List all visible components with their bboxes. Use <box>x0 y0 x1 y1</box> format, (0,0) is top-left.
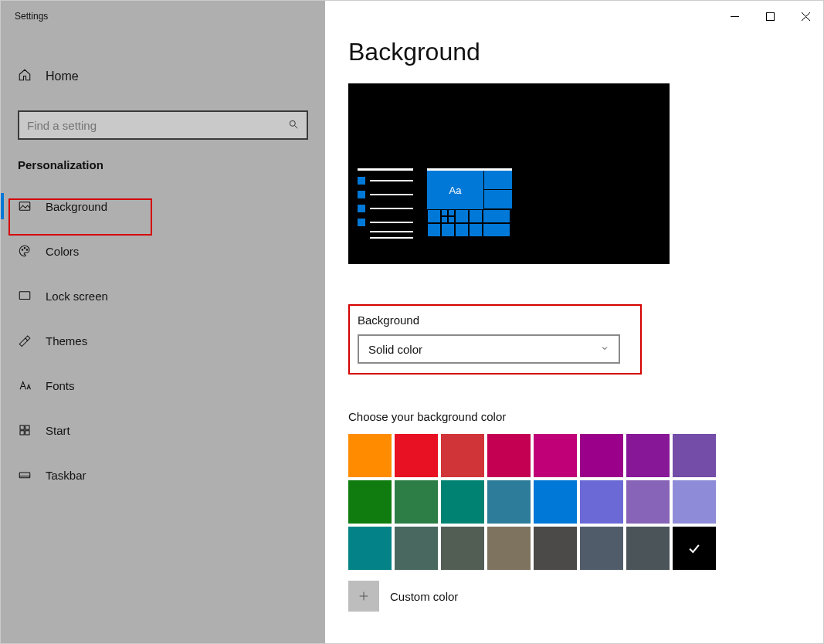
nav-item-taskbar[interactable]: Taskbar <box>1 457 325 493</box>
background-dropdown-value: Solid color <box>368 343 422 356</box>
color-swatch[interactable] <box>534 480 577 524</box>
category-label: Personalization <box>18 158 325 171</box>
color-swatch[interactable] <box>348 480 392 524</box>
titlebar: Settings <box>1 1 325 32</box>
nav-list: Background Colors Lock screen <box>1 188 325 493</box>
color-swatch[interactable] <box>626 434 670 477</box>
svg-point-0 <box>290 120 295 126</box>
nav-item-lock-screen[interactable]: Lock screen <box>1 278 325 314</box>
color-swatch[interactable] <box>580 434 623 477</box>
taskbar-icon <box>18 468 32 482</box>
color-grid <box>348 434 800 570</box>
svg-rect-7 <box>25 425 29 429</box>
color-swatch[interactable] <box>395 480 438 524</box>
choose-color-label: Choose your background color <box>348 410 800 423</box>
color-swatch[interactable] <box>626 480 670 524</box>
color-swatch[interactable] <box>673 434 716 477</box>
color-swatch[interactable] <box>441 480 484 524</box>
color-swatch[interactable] <box>487 527 531 570</box>
color-swatch[interactable] <box>626 527 670 570</box>
color-swatch[interactable] <box>487 480 531 524</box>
color-swatch[interactable] <box>534 527 577 570</box>
content-area: Background Aa <box>325 1 823 643</box>
search-input-wrapper[interactable] <box>18 110 308 140</box>
nav-item-label: Themes <box>46 334 87 347</box>
nav-item-colors[interactable]: Colors <box>1 233 325 269</box>
themes-icon <box>18 334 32 347</box>
color-swatch[interactable] <box>441 434 484 477</box>
color-swatch[interactable] <box>534 434 577 477</box>
search-input[interactable] <box>27 119 288 132</box>
nav-item-label: Fonts <box>46 379 75 392</box>
desktop-preview: Aa <box>348 83 670 264</box>
nav-item-fonts[interactable]: Fonts <box>1 368 325 403</box>
svg-rect-10 <box>19 473 30 478</box>
nav-item-label: Background <box>46 200 107 213</box>
color-swatch[interactable] <box>487 434 531 477</box>
palette-icon <box>18 244 32 258</box>
custom-color-row: Custom color <box>348 581 800 612</box>
search-icon <box>288 119 299 132</box>
color-swatch[interactable] <box>580 480 623 524</box>
background-field-label: Background <box>358 314 632 327</box>
image-icon <box>18 199 32 213</box>
background-dropdown[interactable]: Solid color <box>358 334 620 364</box>
preview-start-tiles: Aa <box>427 168 512 253</box>
nav-item-label: Taskbar <box>46 469 86 482</box>
custom-color-button[interactable] <box>348 581 379 612</box>
svg-point-2 <box>22 249 23 251</box>
close-button[interactable] <box>788 1 823 32</box>
color-swatch[interactable] <box>580 527 623 570</box>
svg-rect-9 <box>25 431 29 435</box>
page-title: Background <box>348 38 800 66</box>
nav-item-background[interactable]: Background <box>1 188 325 224</box>
color-swatch[interactable] <box>348 434 392 477</box>
window-caption-buttons <box>717 1 823 32</box>
start-icon <box>18 423 32 437</box>
home-icon <box>18 68 32 85</box>
svg-rect-6 <box>20 425 24 429</box>
nav-item-label: Colors <box>46 245 79 258</box>
color-swatch[interactable] <box>348 527 392 570</box>
nav-item-label: Start <box>46 424 70 437</box>
maximize-button[interactable] <box>752 1 788 32</box>
app-title: Settings <box>1 11 48 22</box>
nav-item-label: Lock screen <box>46 290 108 303</box>
svg-rect-8 <box>20 431 24 435</box>
color-swatch[interactable] <box>395 434 438 477</box>
color-swatch[interactable] <box>441 527 484 570</box>
nav-item-themes[interactable]: Themes <box>1 323 325 358</box>
svg-rect-5 <box>19 292 30 300</box>
fonts-icon <box>18 378 32 392</box>
minimize-button[interactable] <box>717 1 752 32</box>
settings-window: Settings Home Personalization Background <box>1 1 823 643</box>
svg-point-4 <box>26 249 28 251</box>
color-swatch[interactable] <box>395 527 438 570</box>
custom-color-label: Custom color <box>390 590 458 603</box>
home-label: Home <box>46 69 79 83</box>
color-swatch[interactable] <box>673 527 716 570</box>
svg-point-3 <box>24 248 25 249</box>
color-swatch[interactable] <box>673 480 716 524</box>
home-button[interactable]: Home <box>1 59 325 93</box>
chevron-down-icon <box>600 344 609 355</box>
sidebar: Settings Home Personalization Background <box>1 1 325 643</box>
svg-rect-11 <box>766 12 774 20</box>
preview-sample-text: Aa <box>427 171 484 209</box>
nav-item-start[interactable]: Start <box>1 412 325 448</box>
lock-screen-icon <box>18 289 32 303</box>
preview-start-left <box>358 168 413 253</box>
annotation-highlight-dropdown: Background Solid color <box>348 304 642 375</box>
